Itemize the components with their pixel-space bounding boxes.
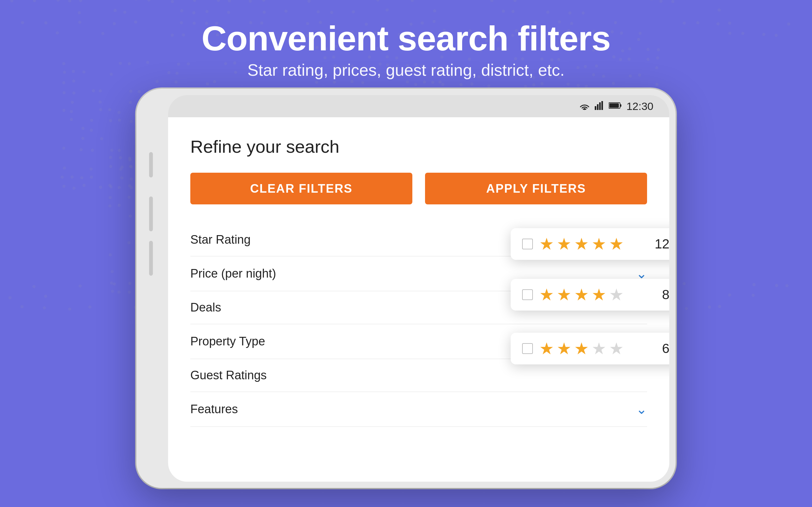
star-filled-4: ★ [592,236,606,252]
refine-title: Refine your search [190,136,647,157]
svg-rect-3 [599,102,601,110]
star-4-filled-4: ★ [592,286,606,303]
signal-icon [595,101,604,111]
svg-rect-1 [595,106,596,110]
tablet-volume-down-button[interactable] [149,241,153,276]
tablet-volume-up-button[interactable] [149,196,153,231]
star-3-empty-2: ★ [609,340,624,357]
star-3-count: 65 [658,341,669,356]
svg-rect-6 [620,104,621,107]
star-filled-2: ★ [557,236,571,252]
filter-label-deals: Deals [190,301,221,314]
star-3-filled-2: ★ [557,340,571,357]
header-subtitle: Star rating, prices, guest rating, distr… [0,60,812,79]
star-4-checkbox[interactable] [522,289,533,300]
filter-label-star-rating: Star Rating [190,233,251,246]
filter-label-features: Features [190,402,238,416]
star-3-checkbox[interactable] [522,343,533,354]
star-4-count: 89 [658,287,669,302]
tablet-outer: 12:30 Refine your search CLEAR FILTERS A… [136,89,676,488]
svg-rect-4 [601,101,603,110]
apply-filters-button[interactable]: APPLY FILTERS [425,173,647,205]
wifi-icon [579,101,590,111]
chevron-down-icon-features: ⌄ [636,401,647,417]
svg-rect-2 [597,104,599,110]
filter-label-price: Price (per night) [190,267,276,280]
filter-label-guest-ratings: Guest Ratings [190,369,267,382]
star-4-filled-1: ★ [539,286,554,303]
filter-row-features[interactable]: Features ⌄ [190,392,647,427]
filter-label-property-type: Property Type [190,335,265,348]
star-4-filled-2: ★ [557,286,571,303]
star-4-filled-3: ★ [574,286,589,303]
star-filled-5: ★ [609,236,624,252]
screen-content: Refine your search CLEAR FILTERS APPLY F… [168,117,669,482]
star-rating-card-4[interactable]: ★ ★ ★ ★ ★ 89 [511,279,669,311]
svg-rect-7 [609,103,619,108]
header-title: Convenient search filters [0,19,812,57]
star-rating-card-5[interactable]: ★ ★ ★ ★ ★ 127 [511,228,669,260]
status-bar: 12:30 [168,95,669,117]
star-5-checkbox[interactable] [522,239,533,249]
star-5-count: 127 [655,236,669,251]
star-4-empty-1: ★ [609,286,624,303]
tablet-wrapper: 12:30 Refine your search CLEAR FILTERS A… [136,89,676,488]
star-3-filled-3: ★ [574,340,589,357]
header-section: Convenient search filters Star rating, p… [0,19,812,79]
star-filled-3: ★ [574,236,589,252]
battery-icon [609,102,622,110]
tablet-power-button[interactable] [149,152,153,177]
star-3-empty-1: ★ [592,340,606,357]
star-4-stars: ★ ★ ★ ★ ★ [539,286,652,303]
tablet-screen: 12:30 Refine your search CLEAR FILTERS A… [168,95,669,482]
status-time: 12:30 [626,100,653,112]
svg-point-0 [583,108,586,110]
star-5-stars: ★ ★ ★ ★ ★ [539,236,648,252]
star-filled-1: ★ [539,236,554,252]
star-3-filled-1: ★ [539,340,554,357]
star-3-stars: ★ ★ ★ ★ ★ [539,340,652,357]
status-icons: 12:30 [579,100,653,112]
star-rating-card-3[interactable]: ★ ★ ★ ★ ★ 65 [511,333,669,364]
clear-filters-button[interactable]: CLEAR FILTERS [190,173,412,205]
filter-buttons-row: CLEAR FILTERS APPLY FILTERS [190,173,647,205]
